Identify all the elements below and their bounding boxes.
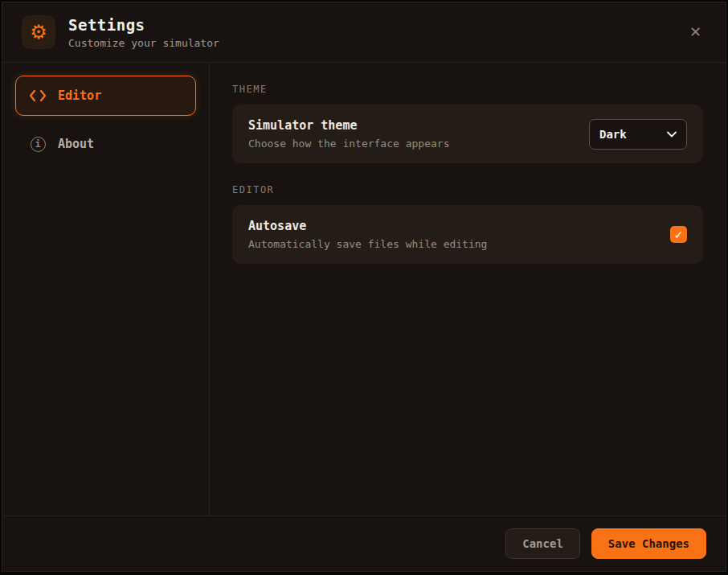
- settings-dialog: ⚙ Settings Customize your simulator ✕ Ed…: [2, 2, 726, 572]
- dialog-header: ⚙ Settings Customize your simulator ✕: [2, 2, 726, 63]
- section-heading: THEME: [232, 84, 703, 95]
- setting-row-simulator-theme: Simulator theme Choose how the interface…: [232, 105, 703, 163]
- sidebar: Editor i About: [2, 63, 210, 515]
- theme-select-value: Dark: [599, 128, 627, 141]
- sidebar-item-label: About: [58, 137, 94, 151]
- info-icon: i: [29, 135, 47, 153]
- sidebar-item-label: Editor: [58, 88, 101, 103]
- sidebar-item-editor[interactable]: Editor: [15, 76, 196, 116]
- settings-content: THEME Simulator theme Choose how the int…: [210, 63, 726, 515]
- setting-description: Automatically save files while editing: [248, 238, 487, 250]
- gear-icon: ⚙: [30, 23, 47, 42]
- setting-title: Autosave: [248, 219, 487, 233]
- theme-select[interactable]: Dark: [589, 119, 687, 150]
- dialog-subtitle: Customize your simulator: [68, 37, 219, 49]
- section-editor: EDITOR Autosave Automatically save files…: [232, 184, 703, 264]
- section-theme: THEME Simulator theme Choose how the int…: [232, 84, 703, 163]
- setting-row-text: Simulator theme Choose how the interface…: [248, 118, 449, 150]
- gear-icon-container: ⚙: [22, 15, 55, 49]
- save-changes-button[interactable]: Save Changes: [591, 528, 706, 559]
- section-heading: EDITOR: [232, 184, 703, 195]
- checkmark-icon: ✓: [674, 228, 684, 241]
- setting-row-text: Autosave Automatically save files while …: [248, 219, 487, 250]
- dialog-body: Editor i About THEME Simulator theme Cho…: [2, 63, 726, 515]
- setting-description: Choose how the interface appears: [248, 138, 449, 150]
- setting-title: Simulator theme: [248, 118, 449, 133]
- dialog-footer: Cancel Save Changes: [2, 515, 726, 571]
- dialog-title: Settings: [68, 16, 219, 34]
- code-brackets-icon: [29, 87, 47, 105]
- header-text: Settings Customize your simulator: [68, 16, 219, 49]
- close-button[interactable]: ✕: [685, 22, 706, 43]
- close-icon: ✕: [689, 23, 701, 40]
- chevron-down-icon: [667, 131, 677, 138]
- cancel-button[interactable]: Cancel: [505, 528, 580, 559]
- setting-row-autosave: Autosave Automatically save files while …: [232, 205, 703, 264]
- autosave-checkbox[interactable]: ✓: [670, 226, 687, 243]
- sidebar-item-about[interactable]: i About: [15, 124, 196, 164]
